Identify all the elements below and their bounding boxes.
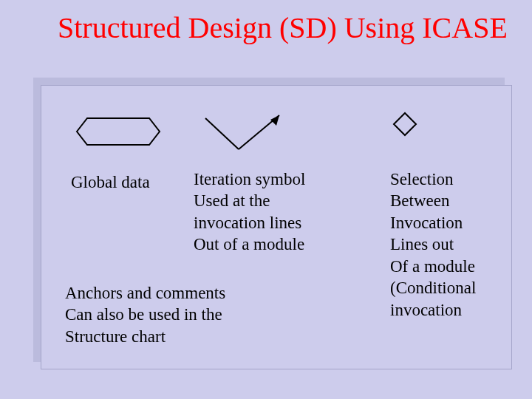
selection-label: SelectionBetweenInvocationLines outOf a … [390,168,516,321]
global-data-label: Global data [71,171,150,193]
global-data-symbol [66,115,170,149]
footnote-label: Anchors and commentsCan also be used in … [65,282,301,347]
selection-symbol [392,111,418,137]
diamond-icon [392,111,418,137]
svg-marker-4 [394,113,416,135]
slide-title: Structured Design (SD) Using ICASE [58,12,508,45]
svg-marker-0 [77,118,160,145]
iteration-icon [198,111,294,155]
svg-marker-3 [270,115,279,126]
iteration-label: Iteration symbolUsed at theinvocation li… [194,168,356,256]
iteration-symbol [198,111,294,155]
title-text: Structured Design (SD) Using ICASE [58,11,508,44]
hexagon-icon [66,115,170,149]
svg-line-1 [205,118,239,149]
